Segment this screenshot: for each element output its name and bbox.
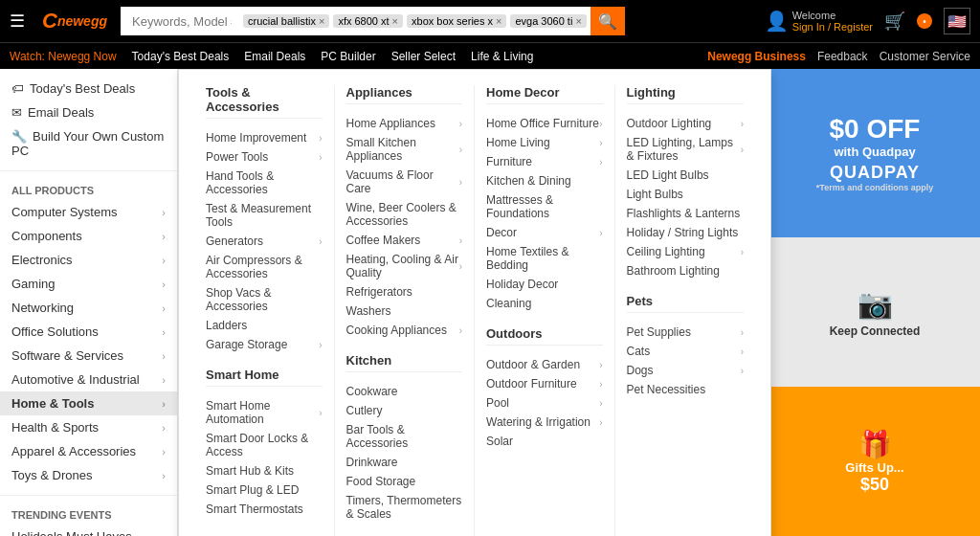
search-tag-2[interactable]: xfx 6800 xt× (333, 14, 403, 28)
menu-item-smart-hub[interactable]: Smart Hub & Kits (206, 461, 323, 480)
menu-item-decor[interactable]: Decor› (486, 223, 603, 242)
menu-item-pet-necessities[interactable]: Pet Necessities (627, 380, 745, 399)
sidebar-item-holideals[interactable]: Holideals Must Haves (0, 525, 177, 536)
promo-feedback[interactable]: Feedback (817, 50, 868, 63)
menu-item-smart-door-locks[interactable]: Smart Door Locks & Access (206, 429, 323, 461)
remove-tag-4-icon[interactable]: × (575, 15, 581, 27)
sidebar-item-computer-systems[interactable]: Computer Systems› (0, 200, 177, 224)
menu-item-drinkware[interactable]: Drinkware (346, 453, 463, 472)
menu-item-bathroom-lighting[interactable]: Bathroom Lighting (627, 261, 745, 280)
sidebar-item-software[interactable]: Software & Services› (0, 344, 177, 368)
menu-item-smart-thermostats[interactable]: Smart Thermostats (206, 500, 323, 519)
menu-item-garage-storage[interactable]: Garage Storage› (206, 335, 323, 354)
menu-item-light-bulbs[interactable]: Light Bulbs (627, 185, 745, 204)
menu-item-home-office-furniture[interactable]: Home Office Furniture› (486, 114, 603, 133)
flag-icon[interactable]: 🇺🇸 (944, 8, 970, 34)
menu-item-power-tools[interactable]: Power Tools› (206, 147, 323, 167)
promo-email[interactable]: Email Deals (244, 50, 305, 63)
search-tag-1[interactable]: crucial ballistix× (243, 14, 329, 28)
sidebar-item-gaming[interactable]: Gaming› (0, 272, 177, 296)
menu-item-ceiling-lighting[interactable]: Ceiling Lighting› (627, 242, 745, 261)
menu-item-cats[interactable]: Cats› (627, 342, 745, 361)
menu-item-small-kitchen[interactable]: Small Kitchen Appliances› (346, 133, 463, 166)
promo-business[interactable]: Newegg Business (707, 50, 806, 63)
sidebar-item-office[interactable]: Office Solutions› (0, 320, 177, 344)
menu-item-smart-plug[interactable]: Smart Plug & LED (206, 480, 323, 500)
menu-item-string-lights[interactable]: Holiday / String Lights (627, 223, 745, 242)
remove-tag-3-icon[interactable]: × (496, 15, 501, 27)
menu-item-solar[interactable]: Solar (486, 432, 603, 451)
search-bar: crucial ballistix× xfx 6800 xt× xbox box… (121, 7, 749, 35)
menu-item-flashlights[interactable]: Flashlights & Lanterns (627, 204, 745, 223)
menu-item-mattresses[interactable]: Mattresses & Foundations (486, 190, 603, 223)
menu-item-ladders[interactable]: Ladders (206, 316, 323, 335)
promo-life[interactable]: Life & Living (471, 50, 533, 63)
menu-item-outdoor-furniture[interactable]: Outdoor Furniture› (486, 374, 603, 393)
menu-item-food-storage[interactable]: Food Storage (346, 472, 463, 491)
menu-item-generators[interactable]: Generators› (206, 232, 323, 251)
promo-pc-builder[interactable]: PC Builder (321, 50, 375, 63)
menu-item-refrigerators[interactable]: Refrigerators (346, 282, 463, 302)
search-input[interactable] (124, 14, 239, 29)
user-menu[interactable]: 👤 Welcome Sign In / Register (765, 10, 873, 33)
keep-connected-banner[interactable]: 📷 Keep Connected (769, 237, 980, 387)
menu-item-heating-cooling[interactable]: Heating, Cooling & Air Quality› (346, 250, 463, 282)
menu-item-watering[interactable]: Watering & Irrigation› (486, 413, 603, 432)
menu-item-led-lighting[interactable]: LED Lighting, Lamps & Fixtures› (627, 133, 745, 166)
menu-item-wine-coolers[interactable]: Wine, Beer Coolers & Accessories (346, 198, 463, 231)
hamburger-menu-icon[interactable]: ☰ (10, 11, 25, 32)
search-button[interactable]: 🔍 (590, 7, 625, 35)
logo[interactable]: C newegg (36, 7, 113, 35)
sidebar-item-toys[interactable]: Toys & Drones› (0, 463, 177, 487)
menu-item-home-improvement[interactable]: Home Improvement› (206, 128, 323, 147)
sidebar-item-networking[interactable]: Networking› (0, 296, 177, 320)
menu-item-pool[interactable]: Pool› (486, 393, 603, 413)
sidebar-item-home-tools[interactable]: Home & Tools› (0, 391, 177, 415)
menu-item-dogs[interactable]: Dogs› (627, 361, 745, 380)
promo-watch[interactable]: Watch: Newegg Now (10, 50, 117, 63)
menu-item-timers[interactable]: Timers, Thermometers & Scales (346, 491, 463, 524)
signin-link[interactable]: Sign In / Register (792, 21, 873, 33)
menu-item-kitchen-dining[interactable]: Kitchen & Dining (486, 171, 603, 190)
sidebar-item-today-deals[interactable]: 🏷Today's Best Deals (0, 77, 177, 100)
menu-item-test-measurement[interactable]: Test & Measurement Tools (206, 199, 323, 232)
menu-item-cookware[interactable]: Cookware (346, 382, 463, 401)
sidebar-item-build-pc[interactable]: 🔧Build Your Own Custom PC (0, 124, 177, 163)
menu-item-smart-home-automation[interactable]: Smart Home Automation› (206, 396, 323, 429)
promo-deals[interactable]: Today's Best Deals (132, 50, 230, 63)
menu-item-home-textiles[interactable]: Home Textiles & Bedding (486, 242, 603, 275)
menu-item-holiday-decor[interactable]: Holiday Decor (486, 275, 603, 294)
sidebar-item-electronics[interactable]: Electronics› (0, 248, 177, 272)
remove-tag-2-icon[interactable]: × (392, 15, 398, 27)
sidebar-item-health[interactable]: Health & Sports› (0, 415, 177, 439)
menu-item-bar-tools[interactable]: Bar Tools & Accessories (346, 420, 463, 453)
gifts-banner[interactable]: 🎁 Gifts Up... $50 (769, 387, 980, 536)
menu-item-coffee-makers[interactable]: Coffee Makers› (346, 231, 463, 250)
menu-item-outdoor-garden[interactable]: Outdoor & Garden› (486, 355, 603, 374)
remove-tag-1-icon[interactable]: × (319, 15, 324, 27)
menu-item-vacuums[interactable]: Vacuums & Floor Care› (346, 166, 463, 198)
menu-item-home-living[interactable]: Home Living› (486, 133, 603, 152)
menu-item-shop-vacs[interactable]: Shop Vacs & Accessories (206, 283, 323, 316)
cart-icon[interactable]: 🛒 (884, 11, 905, 32)
sidebar-item-components[interactable]: Components› (0, 224, 177, 248)
promo-seller[interactable]: Seller Select (391, 50, 456, 63)
menu-item-cooking-appliances[interactable]: Cooking Appliances› (346, 321, 463, 340)
sidebar-item-automotive[interactable]: Automotive & Industrial› (0, 368, 177, 391)
menu-item-washers[interactable]: Washers (346, 302, 463, 321)
sidebar-item-email-deals[interactable]: ✉Email Deals (0, 100, 177, 124)
menu-item-cleaning[interactable]: Cleaning (486, 294, 603, 313)
promo-customer-service[interactable]: Customer Service (880, 50, 970, 63)
menu-item-cutlery[interactable]: Cutlery (346, 401, 463, 420)
menu-item-pet-supplies[interactable]: Pet Supplies› (627, 323, 745, 342)
sidebar-item-apparel[interactable]: Apparel & Accessories› (0, 439, 177, 463)
search-tag-4[interactable]: evga 3060 ti× (510, 14, 586, 28)
menu-item-outdoor-lighting[interactable]: Outdoor Lighting› (627, 114, 745, 133)
quadpay-banner[interactable]: $0 OFF with Quadpay QUADPAY *Terms and c… (769, 69, 980, 237)
menu-item-hand-tools[interactable]: Hand Tools & Accessories (206, 167, 323, 199)
menu-item-home-appliances[interactable]: Home Appliances› (346, 114, 463, 133)
search-tag-3[interactable]: xbox box series x× (407, 14, 506, 28)
menu-item-air-compressors[interactable]: Air Compressors & Accessories (206, 251, 323, 283)
menu-item-led-bulbs[interactable]: LED Light Bulbs (627, 166, 745, 185)
menu-item-furniture[interactable]: Furniture› (486, 152, 603, 171)
